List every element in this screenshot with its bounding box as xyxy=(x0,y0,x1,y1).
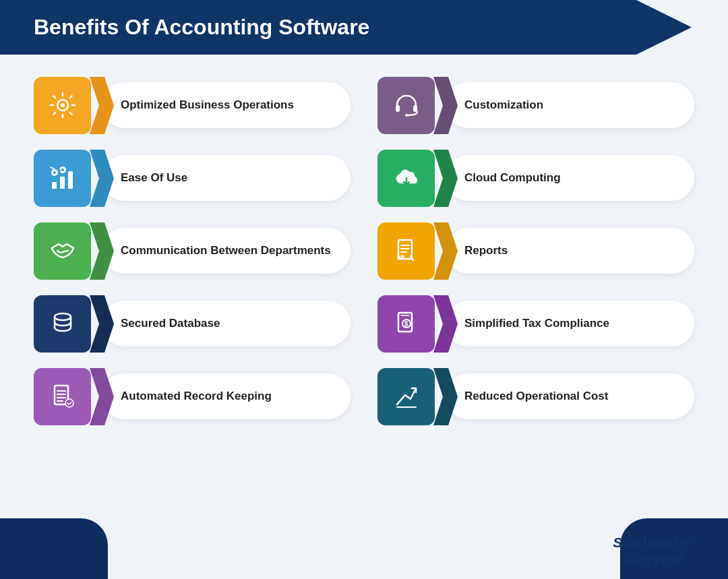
svg-point-1 xyxy=(61,103,65,107)
icon-box-communication xyxy=(34,222,91,280)
logo-suggest: Suggest xyxy=(613,551,694,567)
benefit-tax: $ Simplified Tax Compliance xyxy=(377,293,694,354)
benefit-optimized-business: Optimized Business Operations xyxy=(34,75,351,135)
svg-marker-2 xyxy=(90,77,114,134)
label-cloud: Cloud Computing xyxy=(446,155,694,201)
cost-icon xyxy=(392,382,421,411)
icon-box-optimized xyxy=(34,77,91,134)
benefits-grid: Optimized Business Operations Customizat… xyxy=(34,75,694,427)
svg-marker-29 xyxy=(433,368,458,425)
chevron-automated xyxy=(90,368,114,425)
chevron-customization xyxy=(433,77,458,134)
label-automated: Automated Record Keeping xyxy=(102,373,351,419)
benefit-reports: Reports xyxy=(377,220,694,281)
label-tax: Simplified Tax Compliance xyxy=(446,301,694,346)
svg-rect-7 xyxy=(52,182,57,189)
svg-marker-14 xyxy=(90,150,114,207)
svg-marker-16 xyxy=(90,222,114,280)
benefit-cloud: Cloud Computing xyxy=(377,148,694,208)
benefit-ease-of-use: Ease Of Use xyxy=(34,148,351,208)
handshake-icon xyxy=(48,236,78,266)
cloud-icon xyxy=(392,163,421,193)
icon-box-database xyxy=(34,295,91,353)
headset-icon xyxy=(392,90,421,120)
label-communication: Communication Between Departments xyxy=(102,228,351,274)
svg-point-13 xyxy=(61,169,64,171)
svg-point-27 xyxy=(65,399,73,407)
icon-box-customization xyxy=(377,77,435,134)
benefit-automated: Automated Record Keeping xyxy=(34,366,351,427)
chevron-communication xyxy=(90,222,114,280)
svg-marker-28 xyxy=(90,368,114,425)
label-reports: Reports xyxy=(446,228,694,274)
benefit-customization: Customization xyxy=(377,75,694,135)
gear-icon xyxy=(48,90,78,120)
page-title: Benefits Of Accounting Software xyxy=(34,15,369,39)
svg-rect-9 xyxy=(68,171,73,189)
svg-marker-15 xyxy=(433,150,458,207)
header: Benefits Of Accounting Software xyxy=(0,0,692,55)
icon-box-automated xyxy=(34,368,91,425)
svg-rect-4 xyxy=(413,105,417,112)
chevron-cloud xyxy=(433,150,458,207)
label-customization: Customization xyxy=(446,82,694,128)
icon-box-reports xyxy=(377,222,435,280)
svg-marker-6 xyxy=(433,77,458,134)
svg-marker-25 xyxy=(433,295,458,353)
label-cost: Reduced Operational Cost xyxy=(446,373,694,419)
bottom-left-decoration xyxy=(0,518,108,579)
svg-marker-21 xyxy=(90,295,114,353)
icon-box-tax: $ xyxy=(377,295,435,353)
svg-marker-19 xyxy=(433,222,458,280)
chevron-ease xyxy=(90,150,114,207)
icon-box-ease xyxy=(34,150,91,207)
document-icon xyxy=(48,382,78,411)
tax-icon: $ xyxy=(392,309,421,338)
benefit-database: Secured Database xyxy=(34,293,351,354)
svg-text:$: $ xyxy=(404,320,408,328)
chart-icon xyxy=(48,163,78,193)
label-optimized: Optimized Business Operations xyxy=(102,82,351,128)
chevron-cost xyxy=(433,368,458,425)
svg-point-12 xyxy=(53,171,56,174)
label-database: Secured Database xyxy=(102,301,351,346)
svg-point-5 xyxy=(405,114,408,117)
svg-rect-8 xyxy=(60,177,65,189)
svg-rect-3 xyxy=(396,105,400,112)
icon-box-cloud xyxy=(377,150,435,207)
benefit-communication: Communication Between Departments xyxy=(34,220,351,281)
logo-text: SSoftware® xyxy=(613,535,694,551)
benefit-cost: Reduced Operational Cost xyxy=(377,366,694,427)
chevron-optimized xyxy=(90,77,114,134)
icon-box-cost xyxy=(377,368,435,425)
svg-point-20 xyxy=(55,313,71,320)
chevron-database xyxy=(90,295,114,353)
chevron-tax xyxy=(433,295,458,353)
report-icon xyxy=(392,236,421,266)
label-ease: Ease Of Use xyxy=(102,155,351,201)
database-icon xyxy=(48,309,78,338)
main-content: Optimized Business Operations Customizat… xyxy=(0,75,728,427)
logo: SSoftware® Suggest xyxy=(613,535,694,567)
chevron-reports xyxy=(433,222,458,280)
